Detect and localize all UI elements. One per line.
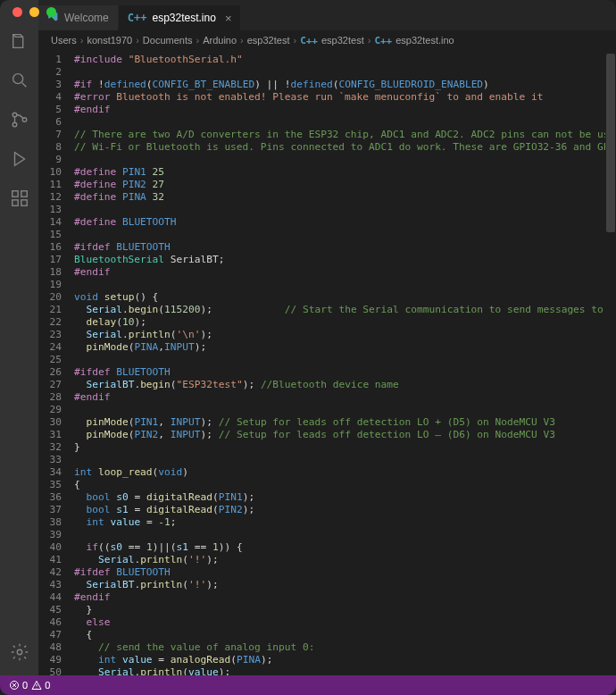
svg-point-1: [12, 113, 17, 117]
close-window-dot[interactable]: [12, 7, 22, 17]
window-traffic-lights[interactable]: [12, 7, 56, 17]
explorer-icon[interactable]: [9, 30, 30, 52]
crumb-file[interactable]: esp32test: [321, 35, 364, 46]
svg-rect-6: [12, 200, 17, 205]
extensions-icon[interactable]: [9, 188, 30, 209]
svg-point-8: [17, 649, 22, 655]
cpp-file-icon: C++: [128, 12, 147, 24]
cpp-symbol-icon: C++: [374, 35, 392, 46]
status-warnings[interactable]: 0: [31, 680, 50, 691]
run-debug-icon[interactable]: [9, 148, 30, 170]
svg-rect-7: [21, 200, 26, 205]
svg-point-2: [12, 122, 17, 127]
vertical-scrollbar[interactable]: [605, 50, 616, 675]
tab-esp32test[interactable]: C++ esp32test.ino ×: [119, 5, 242, 30]
crumb-segment[interactable]: esp32test: [247, 35, 290, 46]
breadcrumb[interactable]: Users› konst1970› Documents› Arduino› es…: [38, 30, 616, 50]
crumb-segment[interactable]: Users: [51, 35, 77, 46]
maximize-window-dot[interactable]: [46, 7, 56, 17]
source-control-icon[interactable]: [9, 109, 30, 130]
tab-label: esp32test.ino: [152, 12, 215, 24]
crumb-segment[interactable]: konst1970: [87, 35, 132, 46]
crumb-segment[interactable]: Arduino: [203, 35, 237, 46]
svg-point-0: [12, 74, 22, 84]
svg-rect-5: [21, 191, 26, 197]
settings-gear-icon[interactable]: [9, 641, 30, 663]
crumb-symbol[interactable]: esp32test.ino: [395, 35, 454, 46]
scrollbar-thumb[interactable]: [606, 54, 615, 232]
status-errors[interactable]: 0: [9, 680, 28, 691]
svg-point-3: [22, 118, 27, 122]
status-bar: 0 0: [0, 675, 616, 695]
code-area[interactable]: #include "BluetoothSerial.h"#if !defined…: [74, 50, 605, 675]
activity-bar: [0, 0, 38, 675]
search-icon[interactable]: [9, 70, 30, 91]
tab-label: Welcome: [64, 12, 109, 24]
svg-rect-4: [12, 191, 17, 197]
editor[interactable]: 1234567891011121314151617181920212223242…: [38, 50, 616, 675]
cpp-file-icon: C++: [300, 35, 318, 46]
crumb-segment[interactable]: Documents: [143, 35, 193, 46]
tab-bar: Welcome C++ esp32test.ino ×: [38, 0, 616, 30]
minimize-window-dot[interactable]: [29, 7, 39, 17]
close-icon[interactable]: ×: [225, 12, 232, 25]
line-number-gutter: 1234567891011121314151617181920212223242…: [38, 50, 74, 675]
